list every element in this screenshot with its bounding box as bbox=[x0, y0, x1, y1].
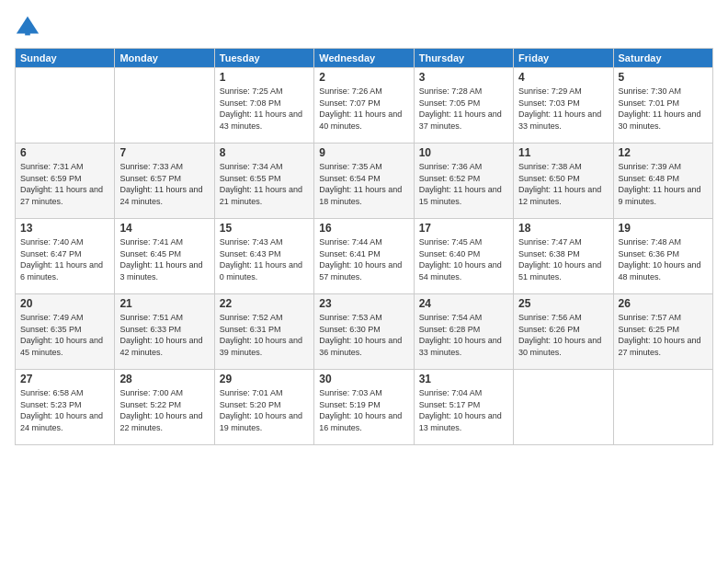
day-number: 30 bbox=[319, 373, 408, 385]
calendar-cell: 27Sunrise: 6:58 AM Sunset: 5:23 PM Dayli… bbox=[16, 370, 115, 445]
day-info: Sunrise: 7:57 AM Sunset: 6:25 PM Dayligh… bbox=[619, 312, 708, 358]
calendar-cell: 15Sunrise: 7:43 AM Sunset: 6:43 PM Dayli… bbox=[214, 219, 313, 294]
day-info: Sunrise: 7:41 AM Sunset: 6:45 PM Dayligh… bbox=[119, 236, 209, 282]
day-info: Sunrise: 7:52 AM Sunset: 6:31 PM Dayligh… bbox=[220, 312, 309, 358]
day-info: Sunrise: 6:58 AM Sunset: 5:23 PM Dayligh… bbox=[20, 387, 109, 433]
calendar-cell: 17Sunrise: 7:45 AM Sunset: 6:40 PM Dayli… bbox=[414, 219, 513, 294]
calendar-cell: 31Sunrise: 7:04 AM Sunset: 5:17 PM Dayli… bbox=[414, 370, 513, 445]
calendar-cell: 20Sunrise: 7:49 AM Sunset: 6:35 PM Dayli… bbox=[16, 294, 115, 370]
day-info: Sunrise: 7:47 AM Sunset: 6:38 PM Dayligh… bbox=[518, 236, 608, 282]
day-info: Sunrise: 7:31 AM Sunset: 6:59 PM Dayligh… bbox=[20, 161, 109, 207]
day-header-saturday: Saturday bbox=[613, 49, 712, 68]
day-number: 18 bbox=[518, 222, 608, 235]
day-number: 17 bbox=[419, 222, 508, 235]
week-row-2: 6Sunrise: 7:31 AM Sunset: 6:59 PM Daylig… bbox=[16, 144, 713, 219]
day-number: 12 bbox=[619, 146, 708, 159]
calendar-cell: 12Sunrise: 7:39 AM Sunset: 6:48 PM Dayli… bbox=[613, 144, 712, 219]
day-info: Sunrise: 7:01 AM Sunset: 5:20 PM Dayligh… bbox=[220, 387, 309, 433]
calendar-cell: 23Sunrise: 7:53 AM Sunset: 6:30 PM Dayli… bbox=[314, 294, 414, 370]
day-header-thursday: Thursday bbox=[414, 49, 513, 68]
logo bbox=[15, 15, 42, 40]
calendar-cell bbox=[115, 68, 214, 144]
day-number: 26 bbox=[619, 297, 708, 310]
day-info: Sunrise: 7:43 AM Sunset: 6:43 PM Dayligh… bbox=[220, 236, 309, 282]
day-number: 10 bbox=[419, 146, 508, 159]
week-row-4: 20Sunrise: 7:49 AM Sunset: 6:35 PM Dayli… bbox=[16, 294, 713, 370]
day-header-friday: Friday bbox=[514, 49, 613, 68]
calendar-cell: 6Sunrise: 7:31 AM Sunset: 6:59 PM Daylig… bbox=[16, 144, 115, 219]
day-number: 8 bbox=[220, 146, 309, 159]
day-info: Sunrise: 7:36 AM Sunset: 6:52 PM Dayligh… bbox=[419, 161, 508, 207]
day-info: Sunrise: 7:34 AM Sunset: 6:55 PM Dayligh… bbox=[220, 161, 309, 207]
day-number: 25 bbox=[518, 297, 608, 310]
calendar-cell bbox=[613, 370, 712, 445]
calendar-cell: 28Sunrise: 7:00 AM Sunset: 5:22 PM Dayli… bbox=[115, 370, 214, 445]
week-row-5: 27Sunrise: 6:58 AM Sunset: 5:23 PM Dayli… bbox=[16, 370, 713, 445]
day-number: 20 bbox=[20, 297, 109, 310]
calendar-cell bbox=[16, 68, 115, 144]
day-info: Sunrise: 7:35 AM Sunset: 6:54 PM Dayligh… bbox=[319, 161, 408, 207]
day-header-sunday: Sunday bbox=[16, 49, 115, 68]
calendar-cell: 5Sunrise: 7:30 AM Sunset: 7:01 PM Daylig… bbox=[613, 68, 712, 144]
day-number: 1 bbox=[220, 71, 309, 84]
calendar-cell: 2Sunrise: 7:26 AM Sunset: 7:07 PM Daylig… bbox=[314, 68, 414, 144]
day-number: 9 bbox=[319, 146, 408, 159]
calendar-cell: 3Sunrise: 7:28 AM Sunset: 7:05 PM Daylig… bbox=[414, 68, 513, 144]
day-header-wednesday: Wednesday bbox=[314, 49, 414, 68]
calendar-cell bbox=[514, 370, 613, 445]
page: SundayMondayTuesdayWednesdayThursdayFrid… bbox=[0, 0, 728, 563]
day-number: 5 bbox=[619, 71, 708, 84]
day-header-tuesday: Tuesday bbox=[214, 49, 313, 68]
week-row-1: 1Sunrise: 7:25 AM Sunset: 7:08 PM Daylig… bbox=[16, 68, 713, 144]
day-info: Sunrise: 7:26 AM Sunset: 7:07 PM Dayligh… bbox=[319, 86, 408, 132]
day-number: 21 bbox=[119, 297, 209, 310]
day-info: Sunrise: 7:38 AM Sunset: 6:50 PM Dayligh… bbox=[518, 161, 608, 207]
day-number: 13 bbox=[20, 222, 109, 235]
calendar-cell: 24Sunrise: 7:54 AM Sunset: 6:28 PM Dayli… bbox=[414, 294, 513, 370]
day-number: 23 bbox=[319, 297, 408, 310]
day-number: 11 bbox=[518, 146, 608, 159]
day-number: 29 bbox=[220, 373, 309, 385]
logo-icon bbox=[15, 15, 40, 40]
calendar-cell: 16Sunrise: 7:44 AM Sunset: 6:41 PM Dayli… bbox=[314, 219, 414, 294]
day-info: Sunrise: 7:54 AM Sunset: 6:28 PM Dayligh… bbox=[419, 312, 508, 358]
calendar-body: 1Sunrise: 7:25 AM Sunset: 7:08 PM Daylig… bbox=[16, 68, 713, 445]
day-info: Sunrise: 7:51 AM Sunset: 6:33 PM Dayligh… bbox=[119, 312, 209, 358]
calendar-cell: 18Sunrise: 7:47 AM Sunset: 6:38 PM Dayli… bbox=[514, 219, 613, 294]
calendar-cell: 14Sunrise: 7:41 AM Sunset: 6:45 PM Dayli… bbox=[115, 219, 214, 294]
calendar-cell: 8Sunrise: 7:34 AM Sunset: 6:55 PM Daylig… bbox=[214, 144, 313, 219]
day-number: 28 bbox=[119, 373, 209, 385]
calendar-cell: 22Sunrise: 7:52 AM Sunset: 6:31 PM Dayli… bbox=[214, 294, 313, 370]
day-number: 22 bbox=[220, 297, 309, 310]
calendar-cell: 26Sunrise: 7:57 AM Sunset: 6:25 PM Dayli… bbox=[613, 294, 712, 370]
calendar-cell: 7Sunrise: 7:33 AM Sunset: 6:57 PM Daylig… bbox=[115, 144, 214, 219]
calendar-cell: 30Sunrise: 7:03 AM Sunset: 5:19 PM Dayli… bbox=[314, 370, 414, 445]
calendar-cell: 1Sunrise: 7:25 AM Sunset: 7:08 PM Daylig… bbox=[214, 68, 313, 144]
day-header-monday: Monday bbox=[115, 49, 214, 68]
calendar-header: SundayMondayTuesdayWednesdayThursdayFrid… bbox=[16, 49, 713, 68]
day-info: Sunrise: 7:39 AM Sunset: 6:48 PM Dayligh… bbox=[619, 161, 708, 207]
day-info: Sunrise: 7:03 AM Sunset: 5:19 PM Dayligh… bbox=[319, 387, 408, 433]
day-number: 31 bbox=[419, 373, 508, 385]
day-info: Sunrise: 7:25 AM Sunset: 7:08 PM Dayligh… bbox=[220, 86, 309, 132]
day-number: 16 bbox=[319, 222, 408, 235]
calendar-cell: 10Sunrise: 7:36 AM Sunset: 6:52 PM Dayli… bbox=[414, 144, 513, 219]
day-info: Sunrise: 7:45 AM Sunset: 6:40 PM Dayligh… bbox=[419, 236, 508, 282]
svg-rect-1 bbox=[25, 29, 30, 35]
calendar: SundayMondayTuesdayWednesdayThursdayFrid… bbox=[15, 48, 713, 445]
day-info: Sunrise: 7:00 AM Sunset: 5:22 PM Dayligh… bbox=[119, 387, 209, 433]
day-info: Sunrise: 7:49 AM Sunset: 6:35 PM Dayligh… bbox=[20, 312, 109, 358]
day-number: 3 bbox=[419, 71, 508, 84]
day-info: Sunrise: 7:56 AM Sunset: 6:26 PM Dayligh… bbox=[518, 312, 608, 358]
day-number: 4 bbox=[518, 71, 608, 84]
day-number: 6 bbox=[20, 146, 109, 159]
day-number: 19 bbox=[619, 222, 708, 235]
day-info: Sunrise: 7:33 AM Sunset: 6:57 PM Dayligh… bbox=[119, 161, 209, 207]
calendar-cell: 19Sunrise: 7:48 AM Sunset: 6:36 PM Dayli… bbox=[613, 219, 712, 294]
day-info: Sunrise: 7:48 AM Sunset: 6:36 PM Dayligh… bbox=[619, 236, 708, 282]
day-number: 14 bbox=[119, 222, 209, 235]
calendar-cell: 13Sunrise: 7:40 AM Sunset: 6:47 PM Dayli… bbox=[16, 219, 115, 294]
day-info: Sunrise: 7:40 AM Sunset: 6:47 PM Dayligh… bbox=[20, 236, 109, 282]
day-info: Sunrise: 7:28 AM Sunset: 7:05 PM Dayligh… bbox=[419, 86, 508, 132]
header bbox=[15, 11, 713, 40]
